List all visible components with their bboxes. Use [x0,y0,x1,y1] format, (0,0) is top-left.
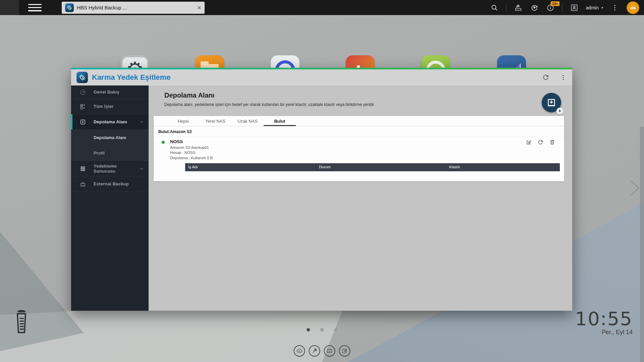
sidebar-item-tum-isler[interactable]: Tüm İşler [71,99,149,114]
topbar-actions: 10+ admin ▾ [490,1,644,14]
backup-server-icon [79,165,86,172]
sidebar-item-yedekleme-sunucusu[interactable]: Yedekleme Sunucusu [71,161,149,176]
window-actions [542,74,567,81]
utilities-icon[interactable] [309,345,320,357]
tab-uzak-nas[interactable]: Uzak NAS [231,117,264,126]
window-refresh-button[interactable] [542,74,549,81]
storage-path: Amazon S3:/backup01 [170,145,564,149]
window-more-menu-button[interactable] [559,74,567,81]
divider [562,3,562,12]
main-content: Depolama Alanı Depolama alanı, yedekleme… [149,85,572,311]
app-tab-title: HBS Hybrid Backup ... [77,5,195,10]
desktop-dock [294,345,351,357]
close-icon[interactable]: ✕ [197,5,201,10]
page-dot-1[interactable] [307,328,310,331]
create-plus-badge: + [556,108,563,114]
submenu-item-profil[interactable]: Profil [71,145,149,161]
background-tasks-icon[interactable] [514,3,523,12]
submenu-item-depolama-alani[interactable]: Depolama Alanı [71,130,149,145]
edit-icon[interactable] [526,139,532,145]
window-title: Karma Yedek Eşitleme [92,73,170,82]
storage-name: NOSS [170,139,564,144]
notification-sync-icon[interactable] [530,3,539,12]
feedback-icon[interactable] [339,345,351,357]
screen-edge-strip [640,127,644,362]
topbar-corner [0,0,19,15]
page-description: Depolama alanı, yedekleme işleri için he… [164,102,375,107]
desktop-clock: 10:55 [575,308,633,329]
sidebar-item-label: Depolama Alanı [94,119,127,124]
chevron-down-icon [139,166,144,171]
entry-actions [526,139,555,145]
recycle-bin-icon[interactable] [12,309,31,337]
tab-yerel-nas[interactable]: Yerel NAS [199,117,231,126]
sidebar-item-external-backup[interactable]: External Backup [71,176,149,192]
storage-usage: Depolama : Kullanım 0 B [170,156,564,160]
task-list-icon [79,103,86,110]
open-app-tab[interactable]: HBS Hybrid Backup ... ✕ [62,2,205,14]
sidebar-item-label: External Backup [94,181,129,186]
window-titlebar: Karma Yedek Eşitleme [71,69,572,85]
sidebar-item-label: Genel Bakış [94,89,119,95]
hbs-window: Karma Yedek Eşitleme Genel Bakış [71,68,572,311]
hbs-app-icon [76,72,88,83]
more-options-icon[interactable] [610,3,619,12]
divider [506,3,506,12]
page-dot-2[interactable] [320,328,324,331]
caret-down-icon: ▾ [601,6,603,9]
username: admin [586,5,599,10]
overview-gauge-icon [79,89,86,96]
page-dot-3[interactable] [334,328,337,331]
sidebar-item-genel-bakis[interactable]: Genel Bakış [71,85,149,99]
desktop-date: Per., Eyl 14 [602,329,633,336]
status-dot-online [162,141,165,144]
notification-count-badge: 10+ [551,1,559,6]
help-book-icon[interactable] [324,345,335,357]
trash-icon[interactable] [549,139,555,145]
sidebar-item-label: Tüm İşler [94,104,114,109]
tab-hepsi[interactable]: Hepsi [167,117,199,126]
tab-bulut[interactable]: Bulut [264,117,296,126]
next-page-arrow[interactable] [629,180,641,196]
column-folder: Klasör [449,165,460,169]
search-icon[interactable] [490,3,499,12]
page-title: Depolama Alanı [164,92,214,99]
sidebar-item-depolama-alani[interactable]: Depolama Alanı [71,114,149,130]
info-icon[interactable]: 10+ [546,3,555,12]
user-icon[interactable] [570,3,579,12]
storage-card: Hepsi Yerel NAS Uzak NAS Bulut Bulut:Ama… [154,116,564,181]
column-job-name: İş Adı [188,165,198,169]
storage-account: Hesap : NOSS [170,150,564,155]
main-menu-icon[interactable] [28,4,42,11]
dashboard-gauge-icon[interactable] [627,1,639,14]
column-status: Durum [319,165,331,169]
storage-space-icon [79,119,86,125]
user-menu[interactable]: admin ▾ [586,5,603,10]
topbar: HBS Hybrid Backup ... ✕ 10+ adm [0,0,644,15]
refresh-icon[interactable] [537,139,544,145]
desktop: ⚙ [0,0,644,362]
chevron-up-icon [139,120,144,124]
hbs-app-icon [65,3,74,12]
storage-submenu: Depolama Alanı Profil [71,130,149,161]
group-label: Bulut:Amazon S3 [158,129,564,134]
sidebar: Genel Bakış Tüm İşler Depolama Alanı [71,85,149,311]
sidebar-item-label: Yedekleme Sunucusu [94,164,139,174]
storage-tabs: Hepsi Yerel NAS Uzak NAS Bulut [154,116,564,126]
jobs-table-header: İş Adı Durum Klasör [185,163,560,171]
external-backup-icon [79,181,86,187]
desktop-pagination [307,328,337,331]
storage-entry-noss[interactable]: NOSS Amazon S3:/backup01 Hesap : NOSS De… [154,136,564,173]
myqnapcloud-icon[interactable] [294,345,305,357]
